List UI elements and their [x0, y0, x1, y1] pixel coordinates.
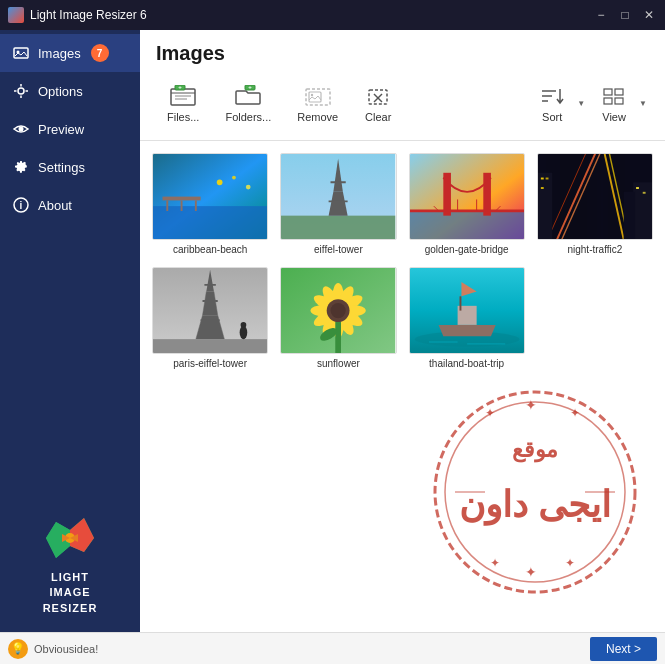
svg-point-37	[217, 179, 223, 185]
svg-text:✦: ✦	[565, 556, 575, 570]
svg-rect-62	[623, 192, 634, 239]
svg-rect-0	[14, 48, 28, 58]
clear-button[interactable]: Clear	[353, 79, 403, 128]
sort-dropdown: Sort ▼	[529, 79, 587, 128]
toolbar: + Files... +	[156, 75, 649, 132]
content-header: Images +	[140, 30, 665, 141]
svg-text:✦: ✦	[525, 564, 537, 580]
svg-text:✦: ✦	[525, 397, 537, 413]
svg-rect-63	[541, 178, 544, 180]
clear-icon	[364, 84, 392, 108]
image-thumb-paris-eiffel	[152, 267, 268, 354]
image-label-golden-gate: golden-gate-bridge	[425, 244, 509, 255]
sort-dropdown-arrow[interactable]: ▼	[575, 79, 587, 128]
image-item-eiffel[interactable]: eiffel-tower	[280, 153, 396, 255]
sidebar-item-images[interactable]: Images 7	[0, 34, 140, 72]
svg-rect-79	[153, 339, 267, 353]
svg-rect-65	[541, 187, 544, 189]
image-item-golden-gate[interactable]: golden-gate-bridge	[409, 153, 525, 255]
image-thumb-boat-trip	[409, 267, 525, 354]
view-icon	[600, 84, 628, 108]
image-item-paris-eiffel[interactable]: paris-eiffel-tower	[152, 267, 268, 369]
files-button[interactable]: + Files...	[156, 79, 210, 128]
images-icon	[12, 44, 30, 62]
image-label-eiffel: eiffel-tower	[314, 244, 363, 255]
svg-rect-30	[615, 98, 623, 104]
svg-point-39	[246, 185, 251, 190]
maximize-button[interactable]: □	[617, 7, 633, 23]
sort-button[interactable]: Sort	[529, 79, 575, 128]
sidebar: Images 7 Options	[0, 30, 140, 632]
about-icon: i	[12, 196, 30, 214]
svg-point-20	[311, 94, 313, 96]
images-badge: 7	[91, 44, 109, 62]
sidebar-item-about[interactable]: i About	[0, 186, 140, 224]
next-button[interactable]: Next >	[590, 637, 657, 661]
sidebar-label-options: Options	[38, 84, 83, 99]
image-item-caribbean[interactable]: caribbean-beach	[152, 153, 268, 255]
svg-point-96	[331, 303, 346, 318]
image-item-sunflower[interactable]: sunflower	[280, 267, 396, 369]
sidebar-nav: Images 7 Options	[0, 30, 140, 498]
remove-label: Remove	[297, 111, 338, 123]
svg-rect-97	[336, 322, 342, 353]
svg-point-107	[445, 402, 625, 582]
image-item-night-traffic[interactable]: night-traffic2	[537, 153, 653, 255]
sidebar-label-about: About	[38, 198, 72, 213]
sidebar-label-images: Images	[38, 46, 81, 61]
folders-button[interactable]: + Folders...	[214, 79, 282, 128]
remove-button[interactable]: Remove	[286, 79, 349, 128]
svg-text:+: +	[249, 85, 253, 90]
svg-rect-11	[171, 89, 195, 105]
svg-point-2	[18, 88, 24, 94]
svg-text:+: +	[178, 85, 182, 90]
image-label-boat-trip: thailand-boat-trip	[429, 358, 504, 369]
logo-image	[42, 514, 98, 562]
sidebar-label-preview: Preview	[38, 122, 84, 137]
svg-rect-27	[604, 89, 612, 95]
title-bar: Light Image Resizer 6 − □ ✕	[0, 0, 665, 30]
logo-text: LIGHT IMAGE RESIZER	[43, 570, 98, 616]
svg-point-7	[19, 127, 24, 132]
clear-label: Clear	[365, 111, 391, 123]
content-area: Images +	[140, 30, 665, 632]
image-label-paris-eiffel: paris-eiffel-tower	[173, 358, 247, 369]
svg-text:موقع: موقع	[512, 437, 558, 463]
image-label-sunflower: sunflower	[317, 358, 360, 369]
svg-rect-64	[545, 178, 548, 180]
app-title: Light Image Resizer 6	[30, 8, 593, 22]
svg-text:ايجى داون: ايجى داون	[459, 484, 611, 526]
svg-rect-32	[153, 206, 267, 239]
remove-icon	[304, 84, 332, 108]
svg-rect-67	[642, 192, 645, 194]
svg-point-108	[450, 407, 620, 577]
files-label: Files...	[167, 111, 199, 123]
image-label-night-traffic: night-traffic2	[567, 244, 622, 255]
image-item-boat-trip[interactable]: thailand-boat-trip	[409, 267, 525, 369]
image-thumb-golden-gate	[409, 153, 525, 240]
app-icon	[8, 7, 24, 23]
bottom-logo: 💡 Obviousidea!	[8, 639, 582, 659]
svg-rect-102	[459, 297, 461, 311]
window-controls: − □ ✕	[593, 7, 657, 23]
svg-rect-60	[538, 173, 552, 239]
sidebar-item-settings[interactable]: Settings	[0, 148, 140, 186]
minimize-button[interactable]: −	[593, 7, 609, 23]
close-button[interactable]: ✕	[641, 7, 657, 23]
company-name: Obviousidea!	[34, 643, 98, 655]
svg-rect-28	[615, 89, 623, 95]
folders-label: Folders...	[225, 111, 271, 123]
view-dropdown-arrow[interactable]: ▼	[637, 79, 649, 128]
sidebar-item-preview[interactable]: Preview	[0, 110, 140, 148]
sidebar-item-options[interactable]: Options	[0, 72, 140, 110]
view-button[interactable]: View	[591, 79, 637, 128]
view-label: View	[602, 111, 626, 123]
view-dropdown: View ▼	[591, 79, 649, 128]
svg-point-80	[240, 326, 248, 339]
svg-rect-66	[636, 187, 639, 189]
image-thumb-eiffel	[280, 153, 396, 240]
folders-icon: +	[234, 84, 262, 108]
sidebar-logo: LIGHT IMAGE RESIZER	[0, 498, 140, 632]
svg-rect-61	[633, 182, 652, 239]
svg-text:✦: ✦	[485, 406, 495, 420]
